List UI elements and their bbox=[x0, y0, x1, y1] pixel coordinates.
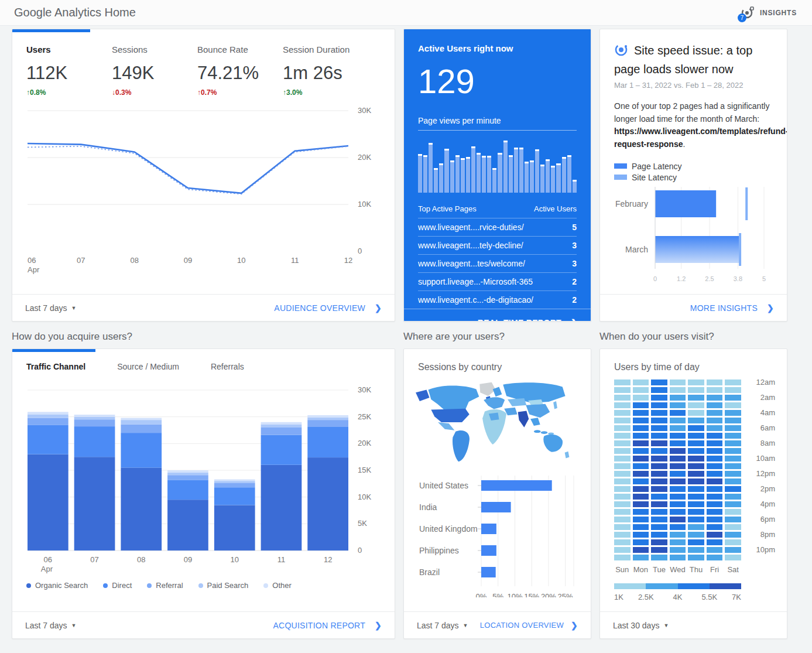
heatmap-cell-sat-23[interactable] bbox=[725, 555, 741, 560]
heatmap-cell-thu-10[interactable] bbox=[688, 456, 704, 461]
heatmap-cell-thu-3[interactable] bbox=[688, 402, 704, 408]
heatmap-cell-sun-15[interactable] bbox=[614, 494, 631, 500]
tab-traffic-channel[interactable]: Traffic Channel bbox=[26, 362, 85, 371]
heatmap-cell-wed-9[interactable] bbox=[670, 448, 686, 454]
heatmap-cell-fri-23[interactable] bbox=[707, 555, 723, 560]
heatmap-cell-mon-5[interactable] bbox=[633, 418, 649, 423]
heatmap-cell-fri-4[interactable] bbox=[707, 410, 723, 416]
heatmap-cell-fri-12[interactable] bbox=[707, 471, 723, 477]
heatmap-cell-sat-2[interactable] bbox=[725, 395, 741, 401]
heatmap-cell-fri-11[interactable] bbox=[707, 463, 723, 469]
map-region-australia[interactable] bbox=[543, 435, 563, 452]
heatmap-cell-sun-21[interactable] bbox=[614, 539, 631, 545]
heatmap-cell-mon-0[interactable] bbox=[633, 380, 649, 385]
heatmap-cell-thu-14[interactable] bbox=[688, 486, 704, 492]
realtime-report-link[interactable]: REAL-TIME REPORT ❯ bbox=[404, 309, 591, 322]
heatmap-cell-sun-20[interactable] bbox=[614, 532, 631, 538]
map-region-canada[interactable] bbox=[429, 385, 479, 411]
heatmap-cell-fri-6[interactable] bbox=[707, 425, 723, 431]
heatmap-cell-fri-19[interactable] bbox=[707, 524, 723, 530]
insights-button[interactable]: 7 INSIGHTS bbox=[739, 5, 797, 21]
heatmap-cell-thu-1[interactable] bbox=[688, 387, 704, 393]
map-region-central-asia[interactable] bbox=[508, 398, 526, 406]
heatmap-cell-wed-0[interactable] bbox=[670, 380, 686, 385]
heatmap-cell-mon-8[interactable] bbox=[633, 440, 649, 446]
heatmap-cell-tue-19[interactable] bbox=[651, 524, 667, 530]
heatmap-cell-mon-13[interactable] bbox=[633, 478, 649, 484]
heatmap-cell-sat-17[interactable] bbox=[725, 509, 741, 515]
heatmap-cell-wed-5[interactable] bbox=[670, 418, 686, 423]
heatmap-cell-sun-1[interactable] bbox=[614, 387, 631, 393]
heatmap-cell-sat-13[interactable] bbox=[725, 478, 741, 484]
tab-referrals[interactable]: Referrals bbox=[211, 362, 244, 371]
date-range-dropdown[interactable]: Last 30 days ▼ bbox=[613, 621, 669, 630]
heatmap-cell-sat-9[interactable] bbox=[725, 448, 741, 454]
heatmap-cell-tue-13[interactable] bbox=[651, 478, 667, 484]
tab-source-medium[interactable]: Source / Medium bbox=[117, 362, 179, 371]
heatmap-cell-tue-8[interactable] bbox=[651, 440, 667, 446]
heatmap-cell-tue-2[interactable] bbox=[651, 395, 667, 401]
heatmap-cell-sat-7[interactable] bbox=[725, 433, 741, 439]
heatmap-cell-thu-19[interactable] bbox=[688, 524, 704, 530]
heatmap-cell-sun-9[interactable] bbox=[614, 448, 631, 454]
heatmap-cell-fri-14[interactable] bbox=[707, 486, 723, 492]
heatmap-cell-fri-18[interactable] bbox=[707, 517, 723, 522]
heatmap-cell-mon-21[interactable] bbox=[633, 539, 649, 545]
heatmap-cell-wed-4[interactable] bbox=[670, 410, 686, 416]
heatmap-cell-sat-21[interactable] bbox=[725, 539, 741, 545]
heatmap-cell-sat-11[interactable] bbox=[725, 463, 741, 469]
metric-sessions[interactable]: Sessions149K↓0.3% bbox=[112, 45, 197, 97]
heatmap-cell-sun-17[interactable] bbox=[614, 509, 631, 515]
heatmap-cell-mon-10[interactable] bbox=[633, 456, 649, 461]
heatmap-cell-wed-16[interactable] bbox=[670, 501, 686, 507]
heatmap-cell-wed-18[interactable] bbox=[670, 517, 686, 522]
heatmap-cell-sat-16[interactable] bbox=[725, 501, 741, 507]
heatmap-cell-sun-13[interactable] bbox=[614, 478, 631, 484]
heatmap-cell-wed-15[interactable] bbox=[670, 494, 686, 500]
heatmap-cell-sun-16[interactable] bbox=[614, 501, 631, 507]
map-region-mexico[interactable] bbox=[438, 422, 454, 430]
heatmap-cell-mon-1[interactable] bbox=[633, 387, 649, 393]
heatmap-cell-sun-12[interactable] bbox=[614, 471, 631, 477]
heatmap-cell-sat-1[interactable] bbox=[725, 387, 741, 393]
heatmap-cell-tue-5[interactable] bbox=[651, 418, 667, 423]
heatmap-cell-sun-3[interactable] bbox=[614, 402, 631, 408]
heatmap-cell-fri-16[interactable] bbox=[707, 501, 723, 507]
heatmap-cell-wed-8[interactable] bbox=[670, 440, 686, 446]
heatmap-cell-thu-18[interactable] bbox=[688, 517, 704, 522]
heatmap-cell-sun-0[interactable] bbox=[614, 380, 631, 385]
more-insights-link[interactable]: MORE INSIGHTS ❯ bbox=[690, 303, 774, 313]
heatmap-cell-sun-6[interactable] bbox=[614, 425, 631, 431]
heatmap-cell-tue-0[interactable] bbox=[651, 380, 667, 385]
heatmap-cell-mon-11[interactable] bbox=[633, 463, 649, 469]
heatmap-cell-wed-21[interactable] bbox=[670, 539, 686, 545]
heatmap-cell-tue-10[interactable] bbox=[651, 456, 667, 461]
heatmap-cell-tue-18[interactable] bbox=[651, 517, 667, 522]
map-region-europe[interactable] bbox=[484, 397, 505, 409]
heatmap-cell-sun-2[interactable] bbox=[614, 395, 631, 401]
map-region-indonesia[interactable] bbox=[534, 430, 541, 433]
heatmap-cell-tue-7[interactable] bbox=[651, 433, 667, 439]
heatmap-cell-mon-18[interactable] bbox=[633, 517, 649, 522]
metric-session-duration[interactable]: Session Duration1m 26s↑3.0% bbox=[283, 45, 368, 97]
map-region-alaska[interactable] bbox=[416, 389, 429, 401]
heatmap-cell-mon-20[interactable] bbox=[633, 532, 649, 538]
heatmap-cell-tue-6[interactable] bbox=[651, 425, 667, 431]
date-range-dropdown[interactable]: Last 7 days ▼ bbox=[417, 621, 468, 630]
heatmap-cell-mon-6[interactable] bbox=[633, 425, 649, 431]
heatmap-cell-sat-10[interactable] bbox=[725, 456, 741, 461]
heatmap-cell-thu-21[interactable] bbox=[688, 539, 704, 545]
heatmap-cell-thu-20[interactable] bbox=[688, 532, 704, 538]
active-page-row[interactable]: www.liveagent.c...-de-digitacao/2 bbox=[418, 290, 577, 309]
active-page-row[interactable]: support.liveage...-Microsoft-3652 bbox=[418, 272, 577, 290]
heatmap-cell-tue-1[interactable] bbox=[651, 387, 667, 393]
heatmap-cell-thu-13[interactable] bbox=[688, 478, 704, 484]
heatmap-cell-mon-14[interactable] bbox=[633, 486, 649, 492]
heatmap-cell-thu-23[interactable] bbox=[688, 555, 704, 560]
metric-users[interactable]: Users112K↑0.8% bbox=[26, 45, 112, 97]
map-region-southeast-asia[interactable] bbox=[530, 418, 540, 426]
heatmap-cell-mon-23[interactable] bbox=[633, 555, 649, 560]
heatmap-cell-wed-17[interactable] bbox=[670, 509, 686, 515]
heatmap-cell-mon-4[interactable] bbox=[633, 410, 649, 416]
heatmap-cell-fri-15[interactable] bbox=[707, 494, 723, 500]
